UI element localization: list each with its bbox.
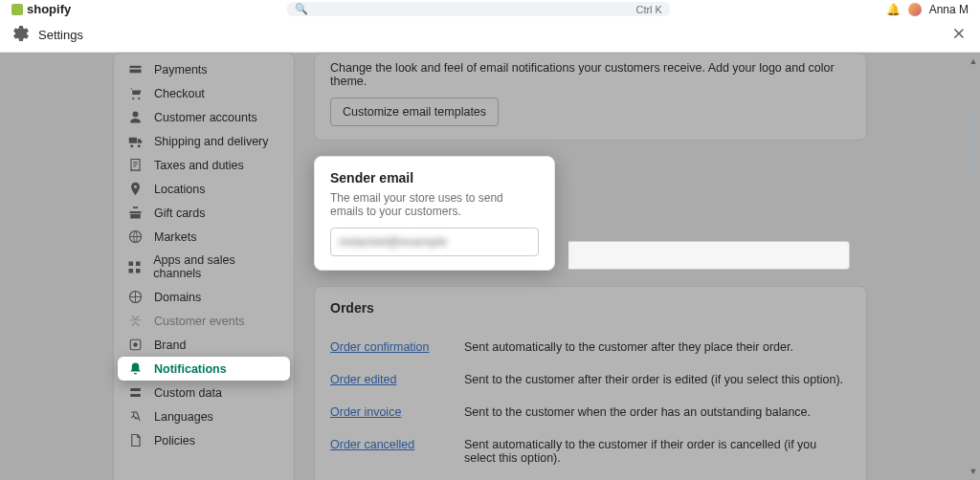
bell-icon[interactable]: 🔔 [886, 3, 901, 16]
sender-email-title: Sender email [330, 170, 539, 185]
sidebar-item-label: Taxes and duties [154, 159, 244, 172]
language-icon [127, 409, 143, 424]
gift-icon [127, 206, 143, 220]
sidebar-item-label: Brand [154, 338, 186, 352]
sidebar-item-label: Markets [154, 230, 196, 244]
cart-icon [127, 86, 143, 100]
search-box[interactable]: 🔍 Ctrl K [287, 2, 670, 16]
topbar-right: 🔔 Anna M [886, 3, 969, 16]
policy-icon [127, 433, 143, 447]
order-invoice-link[interactable]: Order invoice [330, 405, 401, 419]
sidebar-item-policies[interactable]: Policies [114, 428, 294, 452]
receipt-icon [127, 158, 143, 172]
avatar[interactable] [908, 3, 922, 16]
gear-icon [13, 26, 29, 44]
sidebar-item-label: Domains [154, 291, 201, 304]
order-cancelled-link[interactable]: Order cancelled [330, 438, 414, 451]
order-edited-link[interactable]: Order edited [330, 373, 396, 386]
sidebar-item-markets[interactable]: Markets [114, 225, 294, 249]
svg-rect-1 [129, 261, 134, 266]
email-templates-intro: Change the look and feel of email notifi… [330, 61, 851, 88]
pixel-icon [127, 314, 143, 328]
order-row-desc: Sent automatically to the customer if th… [464, 438, 851, 465]
scroll-up-arrow[interactable]: ▲ [969, 56, 978, 66]
order-row: Order invoice Sent to the customer when … [330, 396, 851, 428]
sidebar-item-label: Shipping and delivery [154, 135, 269, 148]
sidebar-item-languages[interactable]: Languages [114, 404, 294, 428]
sidebar-item-customer-accounts[interactable]: Customer accounts [114, 105, 294, 129]
order-row: Order confirmation Sent automatically to… [330, 331, 851, 363]
svg-point-7 [133, 342, 138, 347]
sender-email-card: Sender email The email your store uses t… [314, 156, 555, 271]
sidebar-item-label: Customer events [154, 315, 244, 328]
globe-icon [127, 229, 143, 244]
brand-icon [127, 338, 143, 352]
sidebar-item-label: Policies [154, 434, 195, 447]
order-row-desc: Sent to the customer when the order has … [464, 405, 811, 419]
sidebar-item-label: Checkout [154, 87, 205, 100]
card-icon [127, 62, 143, 76]
apps-icon [127, 260, 142, 274]
customize-email-templates-button[interactable]: Customize email templates [330, 98, 499, 126]
person-icon [127, 110, 143, 124]
sidebar-item-gift-cards[interactable]: Gift cards [114, 201, 294, 225]
svg-rect-3 [129, 269, 134, 273]
app-topbar: shopify 🔍 Ctrl K 🔔 Anna M [0, 0, 980, 18]
sidebar-item-label: Gift cards [154, 207, 206, 220]
bell-icon [127, 361, 143, 376]
svg-rect-4 [136, 269, 141, 273]
scrollbar-thumb[interactable] [970, 108, 978, 185]
sender-email-subtext: The email your store uses to send emails… [330, 191, 539, 218]
sidebar-item-taxes[interactable]: Taxes and duties [114, 153, 294, 177]
svg-rect-9 [130, 394, 141, 397]
sidebar-item-customer-events[interactable]: Customer events [114, 309, 294, 333]
sidebar-item-label: Apps and sales channels [153, 253, 280, 280]
email-templates-card: Change the look and feel of email notifi… [314, 53, 867, 141]
order-row-desc: Sent automatically to the customer after… [464, 340, 793, 354]
pin-icon [127, 182, 143, 196]
sidebar-item-label: Custom data [154, 386, 222, 400]
page-title: Settings [38, 28, 83, 42]
sidebar-item-label: Notifications [154, 362, 227, 376]
svg-rect-8 [130, 388, 141, 391]
sidebar-item-label: Payments [154, 63, 208, 76]
scroll-down-arrow[interactable]: ▼ [969, 467, 978, 476]
sidebar-item-label: Customer accounts [154, 111, 257, 124]
order-row-desc: Sent to the customer after their order i… [464, 373, 843, 386]
settings-header: Settings [0, 18, 980, 53]
brand-text: shopify [27, 2, 71, 16]
sender-email-value: redacted@example [339, 234, 447, 249]
sidebar-item-domains[interactable]: Domains [114, 285, 294, 309]
truck-icon [127, 134, 143, 148]
domain-icon [127, 290, 143, 304]
svg-rect-2 [136, 261, 141, 266]
sidebar-item-label: Languages [154, 410, 213, 424]
metafields-icon [127, 385, 143, 400]
sidebar-item-checkout[interactable]: Checkout [114, 81, 294, 105]
order-row: Order cancelled Sent automatically to th… [330, 428, 851, 474]
sidebar-item-locations[interactable]: Locations [114, 177, 294, 201]
user-name: Anna M [929, 3, 969, 16]
sidebar-item-brand[interactable]: Brand [114, 333, 294, 357]
sidebar-item-payments[interactable]: Payments [114, 57, 294, 81]
sender-email-input-extension [568, 241, 850, 270]
orders-card: Orders Order confirmation Sent automatic… [314, 286, 867, 480]
sidebar-item-apps[interactable]: Apps and sales channels [114, 249, 294, 285]
order-confirmation-link[interactable]: Order confirmation [330, 340, 430, 354]
search-kbd: Ctrl K [635, 4, 662, 15]
settings-sidebar: Payments Checkout Customer accounts Ship… [113, 53, 295, 480]
sidebar-item-notifications[interactable]: Notifications [118, 357, 290, 381]
brand-logo: shopify [11, 2, 71, 16]
order-row: Order refund Sent automatically to the c… [330, 474, 851, 480]
orders-title: Orders [330, 300, 851, 316]
sender-email-input[interactable]: redacted@example [330, 228, 539, 256]
shopify-bag-icon [11, 4, 23, 15]
close-button[interactable] [951, 26, 967, 44]
workspace: Payments Checkout Customer accounts Ship… [0, 53, 980, 480]
search-icon: 🔍 [295, 3, 308, 15]
order-row: Order edited Sent to the customer after … [330, 363, 851, 396]
sidebar-item-shipping[interactable]: Shipping and delivery [114, 129, 294, 153]
sidebar-item-label: Locations [154, 183, 206, 196]
sidebar-item-custom-data[interactable]: Custom data [114, 381, 294, 404]
